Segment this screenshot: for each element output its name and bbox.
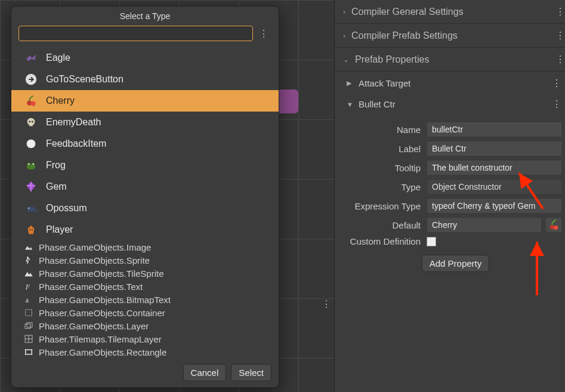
arrow-right-icon: [23, 72, 39, 87]
chevron-icon: ⌄: [343, 55, 349, 64]
section-label: Compiler Prefab Settings: [351, 30, 458, 41]
tooltip-field[interactable]: [427, 160, 562, 175]
tooltip-label: Tooltip: [349, 163, 427, 173]
type-item-label: Phaser.GameObjects.Container: [39, 308, 165, 318]
svg-point-15: [29, 229, 30, 230]
type-item-builtin[interactable]: Phaser.GameObjects.Sprite: [11, 254, 279, 267]
section-label: Prefab Properties: [355, 54, 430, 65]
layer-icon: [23, 320, 34, 331]
prefab-item-attack-target[interactable]: ▶Attack Target⋮: [338, 73, 565, 94]
type-item-eagle[interactable]: Eagle: [11, 47, 279, 69]
cherry-icon: [23, 93, 39, 109]
section-menu-icon[interactable]: ⋮: [553, 5, 565, 18]
triangle-icon: ▼: [347, 101, 355, 108]
custom-definition-checkbox[interactable]: [427, 237, 436, 246]
select-type-dialog: Select a Type ⋮ EagleGoToSceneButtonCher…: [11, 6, 279, 388]
svg-rect-21: [25, 324, 30, 329]
svg-point-26: [31, 349, 32, 350]
type-item-frog[interactable]: Frog: [11, 155, 279, 176]
section-compiler-prefab-settings[interactable]: ›Compiler Prefab Settings⋮: [335, 24, 565, 48]
type-list[interactable]: EagleGoToSceneButtonCherryEnemyDeathFeed…: [11, 45, 279, 358]
custom-definition-label: Custom Definition: [349, 236, 427, 246]
svg-point-14: [28, 208, 29, 209]
type-item-label: Frog: [46, 160, 66, 171]
type-item-label: Player: [46, 224, 73, 235]
type-item-label: Opossum: [46, 203, 87, 214]
label-field[interactable]: [427, 141, 562, 156]
search-menu-icon[interactable]: ⋮: [257, 27, 271, 41]
type-item-enemydeath[interactable]: EnemyDeath: [11, 112, 279, 133]
opossum-icon: [23, 200, 39, 216]
item-menu-icon[interactable]: ⋮: [549, 76, 564, 90]
type-item-player[interactable]: Player: [11, 219, 279, 240]
prefab-item-label: Attack Target: [359, 78, 410, 88]
select-button[interactable]: Select: [231, 364, 271, 381]
type-label: Type: [349, 182, 427, 192]
svg-point-27: [25, 354, 26, 355]
svg-text:a: a: [26, 296, 29, 304]
grid-icon: [23, 334, 34, 344]
type-item-builtin[interactable]: Phaser.Tilemaps.TilemapLayer: [11, 332, 279, 345]
type-item-gem[interactable]: Gem: [11, 176, 279, 197]
type-item-label: Phaser.Tilemaps.TilemapLayer: [39, 334, 162, 344]
svg-point-16: [32, 229, 33, 230]
add-property-button[interactable]: Add Property: [422, 255, 490, 272]
section-menu-icon[interactable]: ⋮: [553, 29, 565, 42]
type-item-label: Eagle: [46, 53, 70, 63]
svg-point-11: [28, 163, 29, 165]
expression-type-field[interactable]: [427, 198, 562, 214]
svg-point-29: [550, 225, 554, 229]
rect-icon: [23, 347, 34, 357]
item-menu-icon[interactable]: ⋮: [549, 97, 564, 111]
prefab-item-bullet-ctr[interactable]: ▼Bullet Ctr⋮: [338, 94, 565, 115]
type-item-builtin[interactable]: Phaser.GameObjects.Container: [11, 306, 279, 319]
chevron-icon: ›: [343, 8, 345, 16]
svg-point-13: [27, 206, 36, 212]
svg-point-2: [31, 101, 36, 106]
type-item-label: Phaser.GameObjects.Rectangle: [39, 347, 166, 357]
type-item-label: Phaser.GameObjects.Sprite: [39, 255, 150, 266]
svg-rect-6: [29, 125, 33, 126]
svg-rect-20: [26, 310, 32, 316]
dialog-title: Select a Type: [11, 7, 279, 26]
svg-rect-24: [26, 350, 32, 354]
svg-point-25: [25, 349, 26, 350]
type-item-opossum[interactable]: Opossum: [11, 197, 279, 219]
fox-icon: [23, 222, 39, 237]
type-item-builtin[interactable]: Phaser.GameObjects.TileSprite: [11, 267, 279, 280]
label-label: Label: [349, 144, 427, 154]
name-label: Name: [349, 125, 427, 135]
svg-rect-22: [27, 323, 32, 328]
type-item-builtin[interactable]: aPhaser.GameObjects.BitmapText: [11, 293, 279, 306]
skull-icon: [23, 115, 39, 130]
chevron-icon: ›: [343, 32, 345, 40]
name-field[interactable]: [427, 122, 562, 137]
svg-point-12: [33, 163, 34, 165]
type-item-label: Phaser.GameObjects.TileSprite: [39, 268, 164, 279]
type-item-builtin[interactable]: FPhaser.GameObjects.Text: [11, 280, 279, 293]
inspector-panel: ›Compiler General Settings⋮›Compiler Pre…: [334, 0, 565, 392]
panel-menu-icon[interactable]: ⋮: [319, 297, 334, 311]
type-item-gotoscenebutton[interactable]: GoToSceneButton: [11, 69, 279, 90]
svg-point-28: [31, 354, 32, 355]
type-field[interactable]: [427, 179, 562, 195]
image-icon: [23, 242, 34, 252]
type-item-label: FeedbackItem: [46, 138, 106, 149]
section-menu-icon[interactable]: ⋮: [553, 53, 565, 66]
type-item-builtin[interactable]: Phaser.GameObjects.Image: [11, 240, 279, 254]
triangle-icon: ▶: [347, 79, 355, 87]
type-item-label: EnemyDeath: [46, 117, 101, 128]
type-item-builtin[interactable]: Phaser.GameObjects.Rectangle: [11, 345, 279, 358]
section-prefab-properties[interactable]: ⌄Prefab Properties⋮: [335, 48, 565, 72]
default-picker-button[interactable]: [545, 217, 562, 233]
search-input[interactable]: [18, 26, 253, 41]
type-item-cherry[interactable]: Cherry: [11, 90, 279, 112]
type-item-label: Phaser.GameObjects.Layer: [39, 321, 149, 331]
type-item-builtin[interactable]: Phaser.GameObjects.Layer: [11, 319, 279, 332]
type-item-label: Cherry: [46, 95, 75, 106]
section-compiler-general-settings[interactable]: ›Compiler General Settings⋮: [335, 0, 565, 24]
mountain-icon: [23, 268, 34, 279]
type-item-feedbackitem[interactable]: FeedbackItem: [11, 133, 279, 155]
default-field[interactable]: [427, 217, 542, 233]
cancel-button[interactable]: Cancel: [183, 364, 227, 381]
